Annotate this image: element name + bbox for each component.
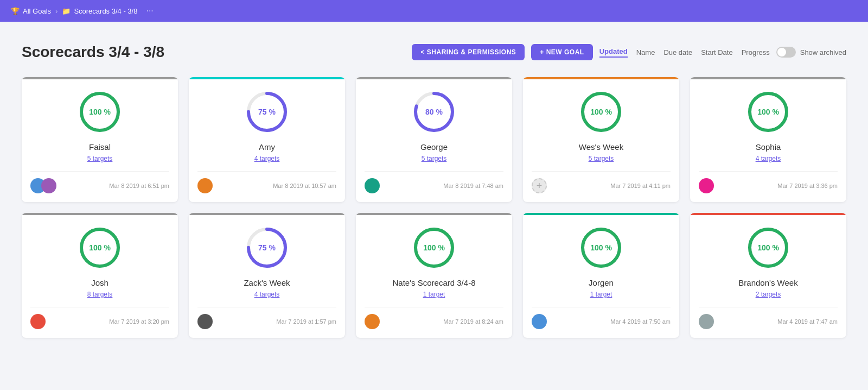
sort-start-date[interactable]: Start Date	[701, 48, 733, 56]
card-name: George	[420, 142, 448, 152]
progress-text: 100 %	[757, 243, 779, 252]
scorecard-card[interactable]: 100 % Wes's Week 5 targets + Mar 7 2019 …	[523, 77, 679, 202]
card-date: Mar 8 2019 at 10:57 am	[273, 183, 336, 189]
scorecard-card[interactable]: 75 % Amy 4 targets Mar 8 2019 at 10:57 a…	[189, 77, 345, 202]
card-name: Amy	[259, 142, 275, 152]
card-name: Brandon's Week	[738, 278, 797, 287]
progress-text: 100 %	[590, 243, 612, 252]
progress-circle: 100 %	[78, 90, 122, 134]
progress-circle: 100 %	[579, 90, 623, 134]
card-footer: + Mar 7 2019 at 4:11 pm	[532, 171, 671, 193]
progress-circle: 75 %	[245, 90, 289, 134]
progress-text: 100 %	[757, 108, 779, 116]
card-targets[interactable]: 4 targets	[756, 155, 781, 162]
avatar	[532, 314, 547, 329]
card-date: Mar 8 2019 at 6:51 pm	[109, 183, 169, 189]
card-targets[interactable]: 5 targets	[87, 155, 113, 162]
show-archived-toggle[interactable]	[776, 47, 796, 58]
card-name: Zack's Week	[244, 278, 290, 287]
all-goals-label: All Goals	[23, 7, 51, 15]
scorecard-card[interactable]: 80 % George 5 targets Mar 8 2019 at 7:48…	[356, 77, 512, 202]
folder-icon: 📁	[62, 7, 71, 15]
card-targets[interactable]: 5 targets	[589, 155, 614, 162]
sort-progress[interactable]: Progress	[742, 48, 770, 56]
card-footer: Mar 7 2019 at 8:24 am	[365, 307, 503, 329]
card-targets[interactable]: 5 targets	[422, 155, 447, 162]
sort-updated[interactable]: Updated	[599, 47, 628, 58]
show-archived-toggle-container: Show archived	[776, 47, 846, 58]
avatar	[197, 178, 213, 193]
card-targets[interactable]: 8 targets	[87, 291, 113, 298]
scorecard-card[interactable]: 100 % Brandon's Week 2 targets Mar 4 201…	[690, 213, 846, 338]
card-date: Mar 4 2019 at 7:47 am	[777, 318, 838, 325]
all-goals-nav[interactable]: 🏆 All Goals	[11, 7, 51, 15]
page-title: Scorecards 3/4 - 3/8	[22, 43, 164, 61]
scorecard-card[interactable]: 100 % Josh 8 targets Mar 7 2019 at 3:20 …	[22, 213, 178, 338]
sharing-permissions-button[interactable]: < SHARING & PERMISSIONS	[412, 44, 525, 60]
card-targets[interactable]: 4 targets	[254, 291, 280, 298]
avatar	[30, 314, 46, 329]
avatar	[365, 314, 380, 329]
sort-due-date[interactable]: Due date	[663, 48, 692, 56]
card-targets[interactable]: 4 targets	[254, 155, 280, 162]
card-targets[interactable]: 1 target	[423, 291, 445, 298]
cards-grid: 100 % Faisal 5 targets Mar 8 2019 at 6:5…	[22, 77, 846, 338]
card-date: Mar 4 2019 at 7:50 am	[610, 318, 671, 325]
card-footer: Mar 8 2019 at 7:48 am	[365, 171, 503, 193]
card-date: Mar 7 2019 at 8:24 am	[443, 318, 503, 325]
sort-options: Updated Name Due date Start Date Progres…	[599, 47, 770, 58]
progress-text: 100 %	[423, 243, 445, 252]
card-footer: Mar 7 2019 at 1:57 pm	[197, 307, 336, 329]
new-goal-button[interactable]: + NEW GOAL	[531, 44, 592, 60]
show-archived-label: Show archived	[800, 48, 846, 56]
scorecard-card[interactable]: 100 % Faisal 5 targets Mar 8 2019 at 6:5…	[22, 77, 178, 202]
card-targets[interactable]: 2 targets	[756, 291, 781, 298]
progress-text: 75 %	[258, 243, 276, 252]
header-row: Scorecards 3/4 - 3/8 < SHARING & PERMISS…	[22, 43, 846, 61]
card-footer: Mar 7 2019 at 3:20 pm	[30, 307, 169, 329]
progress-circle: 75 %	[245, 226, 289, 269]
sort-name[interactable]: Name	[636, 48, 655, 56]
card-footer: Mar 8 2019 at 6:51 pm	[30, 171, 169, 193]
card-footer: Mar 7 2019 at 3:36 pm	[699, 171, 838, 193]
scorecard-card[interactable]: 100 % Jorgen 1 target Mar 4 2019 at 7:50…	[523, 213, 679, 338]
card-date: Mar 7 2019 at 1:57 pm	[276, 318, 336, 325]
scorecard-card[interactable]: 75 % Zack's Week 4 targets Mar 7 2019 at…	[189, 213, 345, 338]
avatar-secondary	[41, 178, 56, 193]
card-date: Mar 7 2019 at 3:20 pm	[109, 318, 169, 325]
progress-circle: 100 %	[746, 90, 790, 134]
avatar	[365, 178, 380, 193]
trophy-icon: 🏆	[11, 7, 20, 15]
progress-text: 100 %	[89, 108, 111, 116]
progress-text: 75 %	[258, 108, 276, 116]
header-actions: < SHARING & PERMISSIONS + NEW GOAL Updat…	[412, 44, 846, 60]
progress-circle: 100 %	[746, 226, 790, 269]
avatar-placeholder: +	[532, 178, 547, 193]
card-name: Nate's Scorecard 3/4-8	[393, 278, 476, 287]
progress-circle: 100 %	[579, 226, 623, 269]
avatar-group	[30, 178, 56, 193]
card-date: Mar 7 2019 at 4:11 pm	[610, 183, 671, 189]
folder-label: Scorecards 3/4 - 3/8	[74, 7, 137, 15]
top-nav: 🏆 All Goals › 📁 Scorecards 3/4 - 3/8 ···	[0, 0, 868, 22]
avatar	[197, 314, 213, 329]
card-date: Mar 7 2019 at 3:36 pm	[777, 183, 838, 189]
folder-nav[interactable]: 📁 Scorecards 3/4 - 3/8	[62, 7, 137, 15]
progress-circle: 80 %	[412, 90, 456, 134]
scorecard-card[interactable]: 100 % Nate's Scorecard 3/4-8 1 target Ma…	[356, 213, 512, 338]
scorecard-card[interactable]: 100 % Sophia 4 targets Mar 7 2019 at 3:3…	[690, 77, 846, 202]
page-content: Scorecards 3/4 - 3/8 < SHARING & PERMISS…	[0, 22, 868, 349]
card-footer: Mar 4 2019 at 7:47 am	[699, 307, 838, 329]
nav-dots[interactable]: ···	[146, 6, 153, 16]
progress-text: 80 %	[425, 108, 443, 116]
progress-circle: 100 %	[412, 226, 456, 269]
card-name: Jorgen	[589, 278, 614, 287]
card-name: Josh	[91, 278, 108, 287]
card-targets[interactable]: 1 target	[590, 291, 612, 298]
avatar	[699, 314, 714, 329]
card-footer: Mar 8 2019 at 10:57 am	[197, 171, 336, 193]
card-name: Wes's Week	[579, 142, 623, 152]
card-date: Mar 8 2019 at 7:48 am	[443, 183, 503, 189]
card-name: Faisal	[89, 142, 111, 152]
progress-circle: 100 %	[78, 226, 122, 269]
